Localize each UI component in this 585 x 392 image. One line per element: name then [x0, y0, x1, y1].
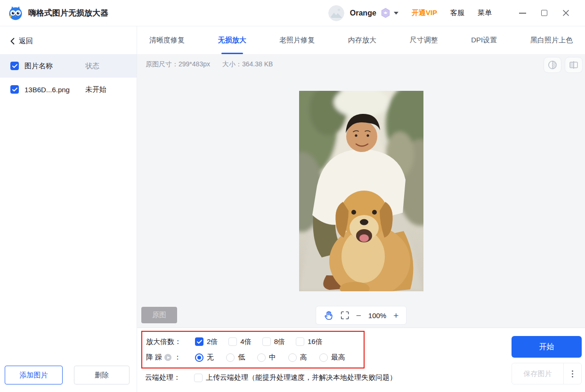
checkbox-checked-icon	[195, 337, 203, 346]
image-filesize: 大小：364.38 KB	[222, 60, 273, 69]
back-button[interactable]: 返回	[0, 26, 137, 54]
denoise-option-none[interactable]: 无	[195, 353, 214, 362]
checkbox-unchecked-icon	[228, 337, 237, 346]
titlebar-right: Orange 开通VIP 客服 菜单	[328, 4, 577, 23]
denoise-option-low[interactable]: 低	[226, 353, 245, 362]
denoise-option-label: 中	[269, 353, 276, 362]
radio-selected-icon	[195, 353, 203, 362]
hand-tool-icon	[324, 311, 333, 320]
denoise-option-label: 最高	[331, 353, 345, 362]
tab-dpi-settings[interactable]: DPI设置	[471, 26, 497, 54]
cloud-label: 云端处理：	[145, 373, 194, 382]
dimensions-label: 原图尺寸：	[146, 60, 179, 68]
tab-memory-enlarge[interactable]: 内存放大	[348, 26, 376, 54]
checkbox-unchecked-icon	[296, 337, 304, 346]
column-status: 状态	[85, 62, 99, 71]
owl-logo-icon	[8, 5, 24, 21]
app-window: 嗨格式图片无损放大器 Orange 开通VIP 客服 菜单	[0, 0, 585, 392]
check-icon	[12, 64, 17, 68]
save-image-button[interactable]: 保存图片	[512, 363, 563, 384]
denoise-option-highest[interactable]: 最高	[319, 353, 345, 362]
photo-man-and-dog	[299, 91, 423, 291]
image-viewer: 原图尺寸：299*483px 大小：364.38 KB	[137, 54, 585, 328]
zoom-toolbar: − 100% +	[316, 306, 407, 325]
support-link[interactable]: 客服	[450, 8, 464, 17]
split-compare-button[interactable]	[565, 57, 583, 73]
scale-option-16x[interactable]: 16倍	[296, 337, 323, 346]
back-label: 返回	[19, 37, 33, 46]
app-title: 嗨格式图片无损放大器	[28, 8, 108, 18]
scale-option-2x[interactable]: 2倍	[195, 337, 218, 346]
original-image-badge[interactable]: 原图	[141, 307, 177, 323]
vip-badge-icon[interactable]	[380, 8, 391, 18]
username[interactable]: Orange	[350, 9, 376, 17]
scale-option-label: 2倍	[207, 337, 218, 346]
chevron-down-icon[interactable]	[394, 12, 398, 15]
fit-to-screen-button[interactable]	[341, 311, 349, 320]
title-bar: 嗨格式图片无损放大器 Orange 开通VIP 客服 菜单	[0, 0, 585, 26]
denoise-row: 降 躁 ： 无 低	[146, 350, 364, 365]
checkbox-unchecked-icon	[262, 337, 271, 346]
checkbox-unchecked-icon	[194, 374, 203, 382]
denoise-option-label: 高	[300, 353, 307, 362]
tab-old-photo-repair[interactable]: 老照片修复	[279, 26, 315, 54]
select-all-checkbox[interactable]	[10, 62, 19, 70]
open-vip-link[interactable]: 开通VIP	[412, 8, 437, 17]
compare-tools	[544, 57, 583, 73]
denoise-option-high[interactable]: 高	[288, 353, 307, 362]
start-button[interactable]: 开始	[512, 336, 582, 358]
denoise-help-icon[interactable]	[164, 354, 171, 361]
scale-option-label: 4倍	[240, 337, 251, 346]
tab-bw-colorize[interactable]: 黑白照片上色	[530, 26, 573, 54]
tab-lossless-enlarge[interactable]: 无损放大	[218, 26, 246, 54]
sidebar-actions: 添加图片 删除	[5, 366, 130, 384]
zoom-in-button[interactable]: +	[393, 311, 398, 320]
cloud-upload-option[interactable]: 上传云端处理（能提升处理速度，并解决本地处理失败问题）	[194, 373, 397, 382]
tab-resize[interactable]: 尺寸调整	[410, 26, 438, 54]
denoise-option-label: 低	[238, 353, 245, 362]
split-compare-icon	[569, 60, 579, 70]
fit-to-screen-icon	[341, 311, 349, 320]
scale-option-8x[interactable]: 8倍	[262, 337, 285, 346]
column-name: 图片名称	[24, 62, 53, 71]
scale-row: 放大倍数： 2倍 4倍 8倍	[146, 334, 364, 350]
save-button-group: 保存图片	[512, 363, 582, 384]
scale-label: 放大倍数：	[146, 337, 195, 346]
file-name: 13B6D...6.png	[24, 86, 70, 94]
radio-unselected-icon	[226, 353, 235, 362]
dimensions-value: 299*483px	[179, 60, 210, 68]
sidebar: 返回 图片名称 状态 13B6D...6.png 未开始	[0, 26, 137, 392]
zoom-level: 100%	[368, 312, 386, 320]
file-list-header: 图片名称 状态	[0, 54, 137, 78]
zoom-out-button[interactable]: −	[356, 311, 361, 320]
add-image-button[interactable]: 添加图片	[5, 366, 63, 384]
file-list-item[interactable]: 13B6D...6.png 未开始	[0, 78, 137, 101]
kebab-icon	[572, 370, 573, 372]
delete-button[interactable]: 删除	[74, 366, 130, 384]
minimize-button[interactable]	[512, 4, 533, 23]
chevron-left-icon	[10, 38, 15, 45]
scale-option-4x[interactable]: 4倍	[228, 337, 251, 346]
options-highlight-box: 放大倍数： 2倍 4倍 8倍	[141, 331, 365, 368]
settings-panel: 放大倍数： 2倍 4倍 8倍	[137, 328, 585, 392]
file-status: 未开始	[85, 85, 106, 94]
main-area: 清晰度修复 无损放大 老照片修复 内存放大 尺寸调整 DPI设置 黑白照片上色 …	[137, 26, 585, 392]
filesize-value: 364.38 KB	[242, 60, 273, 68]
user-avatar[interactable]	[328, 5, 344, 21]
maximize-button[interactable]	[533, 4, 555, 23]
hand-tool-button[interactable]	[324, 311, 333, 320]
save-more-options-button[interactable]	[564, 363, 581, 384]
file-checkbox[interactable]	[10, 85, 19, 94]
close-icon	[562, 9, 569, 16]
action-buttons: 开始 保存图片	[512, 336, 582, 384]
close-button[interactable]	[555, 4, 577, 23]
image-info: 原图尺寸：299*483px 大小：364.38 KB	[146, 60, 273, 69]
menu-link[interactable]: 菜单	[478, 8, 492, 17]
radio-unselected-icon	[319, 353, 328, 362]
contrast-compare-button[interactable]	[544, 57, 561, 73]
contrast-compare-icon	[547, 60, 558, 70]
denoise-colon: ：	[174, 353, 181, 362]
filesize-label: 大小：	[222, 60, 242, 68]
denoise-option-medium[interactable]: 中	[257, 353, 276, 362]
tab-clarity-repair[interactable]: 清晰度修复	[149, 26, 185, 54]
